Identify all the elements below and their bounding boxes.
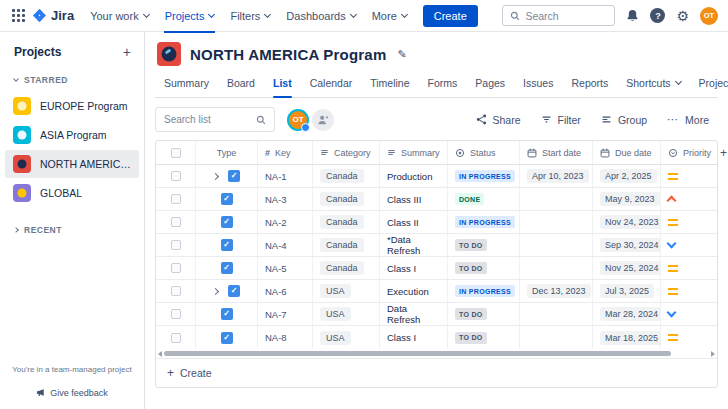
app-switcher-icon[interactable] <box>12 9 25 22</box>
cell-type[interactable]: ✓ <box>196 280 258 302</box>
nav-item-more[interactable]: More <box>364 0 415 32</box>
cell-priority[interactable] <box>661 326 717 349</box>
cell-type[interactable]: ✓ <box>196 303 258 325</box>
column-header-status[interactable]: Status <box>448 141 520 164</box>
cell-category[interactable]: USA <box>313 280 380 302</box>
row-select-cell[interactable] <box>156 257 196 279</box>
cell-type[interactable]: ✓ <box>196 165 258 187</box>
list-search-input[interactable] <box>164 114 252 125</box>
cell-priority[interactable] <box>661 257 717 279</box>
help-icon[interactable]: ? <box>650 8 665 23</box>
cell-priority[interactable] <box>661 280 717 302</box>
cell-start-date[interactable] <box>520 234 593 256</box>
sidebar-item-north-america-prog[interactable]: NORTH AMERICA Prog... <box>5 150 139 178</box>
cell-due-date[interactable]: Nov 24, 2023 <box>593 211 661 233</box>
cell-category[interactable]: Canada <box>313 257 380 279</box>
nav-item-projects[interactable]: Projects <box>157 0 223 32</box>
cell-type[interactable]: ✓ <box>196 257 258 279</box>
cell-summary[interactable]: Data Refresh <box>380 303 448 325</box>
add-people-button[interactable] <box>312 109 334 131</box>
recent-section-toggle[interactable]: RECENT <box>0 225 144 235</box>
horizontal-scrollbar[interactable] <box>156 349 717 359</box>
cell-key[interactable]: NA-6 <box>258 280 313 302</box>
column-header-summary[interactable]: Summary <box>380 141 448 164</box>
select-all-checkbox[interactable] <box>171 148 181 158</box>
member-avatar[interactable]: OT <box>287 109 309 131</box>
sidebar-item-asia-program[interactable]: ASIA Program <box>5 121 139 149</box>
tab-list[interactable]: List <box>264 74 301 97</box>
scroll-left-arrow[interactable] <box>158 351 162 357</box>
tab-timeline[interactable]: Timeline <box>361 74 418 97</box>
nav-item-filters[interactable]: Filters <box>222 0 278 32</box>
cell-due-date[interactable]: Nov 25, 2024 <box>593 257 661 279</box>
user-avatar[interactable]: OT <box>700 7 718 25</box>
cell-key[interactable]: NA-7 <box>258 303 313 325</box>
row-select-cell[interactable] <box>156 303 196 325</box>
list-search[interactable] <box>155 107 275 132</box>
cell-summary[interactable]: Class I <box>380 326 448 349</box>
cell-status[interactable]: DONE <box>448 188 520 210</box>
scroll-right-arrow[interactable] <box>711 351 715 357</box>
nav-item-dashboards[interactable]: Dashboards <box>278 0 363 32</box>
cell-category[interactable]: Canada <box>313 165 380 187</box>
more-button[interactable]: ⋯More <box>658 110 718 130</box>
cell-status[interactable]: IN PROGRESS <box>448 280 520 302</box>
global-search-input[interactable] <box>525 10 607 22</box>
cell-key[interactable]: NA-1 <box>258 165 313 187</box>
give-feedback-button[interactable]: Give feedback <box>36 388 108 398</box>
cell-key[interactable]: NA-5 <box>258 257 313 279</box>
tab-project-settings[interactable]: Project settings <box>690 74 728 97</box>
tab-forms[interactable]: Forms <box>419 74 467 97</box>
jira-logo[interactable]: Jira <box>32 8 74 23</box>
cell-type[interactable]: ✓ <box>196 188 258 210</box>
sidebar-item-europe-program[interactable]: EUROPE Program <box>5 92 139 120</box>
cell-status[interactable]: TO DO <box>448 303 520 325</box>
row-select-cell[interactable] <box>156 188 196 210</box>
cell-status[interactable]: TO DO <box>448 257 520 279</box>
tab-shortcuts[interactable]: Shortcuts <box>617 74 689 97</box>
cell-priority[interactable] <box>661 188 717 210</box>
tab-board[interactable]: Board <box>218 74 264 97</box>
cell-status[interactable]: TO DO <box>448 234 520 256</box>
filter-button[interactable]: Filter <box>532 110 590 130</box>
cell-type[interactable]: ✓ <box>196 211 258 233</box>
cell-summary[interactable]: Class II <box>380 211 448 233</box>
column-header-due-date[interactable]: Due date <box>593 141 661 164</box>
global-search[interactable] <box>502 5 615 26</box>
row-select-cell[interactable] <box>156 234 196 256</box>
cell-due-date[interactable]: Mar 18, 2025 <box>593 326 661 349</box>
cell-due-date[interactable]: Jul 3, 2025 <box>593 280 661 302</box>
cell-due-date[interactable]: Mar 28, 2024 <box>593 303 661 325</box>
share-button[interactable]: Share <box>467 110 530 130</box>
cell-type[interactable]: ✓ <box>196 326 258 349</box>
cell-start-date[interactable] <box>520 211 593 233</box>
column-header-key[interactable]: #Key <box>258 141 313 164</box>
row-checkbox[interactable] <box>171 263 181 273</box>
row-checkbox[interactable] <box>171 194 181 204</box>
select-all-checkbox-cell[interactable] <box>156 141 196 164</box>
scrollbar-thumb[interactable] <box>164 351 671 356</box>
cell-start-date[interactable]: Dec 13, 2023 <box>520 280 593 302</box>
cell-priority[interactable] <box>661 303 717 325</box>
cell-start-date[interactable] <box>520 326 593 349</box>
row-checkbox[interactable] <box>171 333 181 343</box>
column-header-category[interactable]: Category <box>313 141 380 164</box>
row-select-cell[interactable] <box>156 165 196 187</box>
settings-gear-icon[interactable]: ⚙ <box>676 9 689 23</box>
cell-category[interactable]: Canada <box>313 234 380 256</box>
create-issue-button[interactable]: + Create <box>156 359 717 387</box>
cell-start-date[interactable]: Apr 10, 2023 <box>520 165 593 187</box>
cell-due-date[interactable]: Apr 2, 2025 <box>593 165 661 187</box>
cell-start-date[interactable] <box>520 257 593 279</box>
expand-chevron-icon[interactable] <box>212 172 219 179</box>
nav-item-your-work[interactable]: Your work <box>82 0 157 32</box>
expand-chevron-icon[interactable] <box>212 287 219 294</box>
cell-category[interactable]: Canada <box>313 211 380 233</box>
row-select-cell[interactable] <box>156 280 196 302</box>
cell-category[interactable]: USA <box>313 326 380 349</box>
starred-section-toggle[interactable]: STARRED <box>0 75 144 85</box>
row-checkbox[interactable] <box>171 309 181 319</box>
cell-category[interactable]: Canada <box>313 188 380 210</box>
row-checkbox[interactable] <box>171 240 181 250</box>
cell-category[interactable]: USA <box>313 303 380 325</box>
